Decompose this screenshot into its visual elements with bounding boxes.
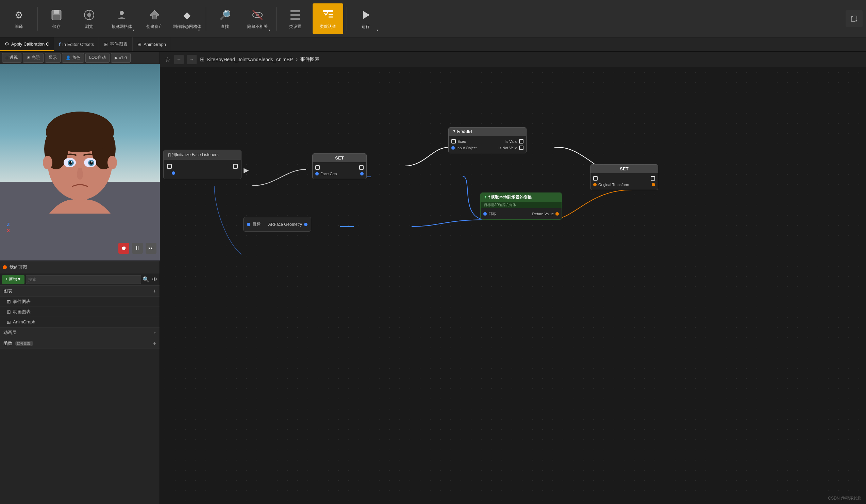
anim-graph-item-icon: ⊞ xyxy=(7,309,11,315)
scale-icon: ▶ xyxy=(115,55,118,60)
tab-event-graph[interactable]: ⊞ 事件图表 xyxy=(99,37,133,51)
add-function-icon[interactable]: + xyxy=(153,340,156,347)
is-valid-exec-in xyxy=(451,139,456,144)
tab-anim-graph[interactable]: ⊞ AnimGraph xyxy=(133,37,171,51)
perspective-icon: □ xyxy=(6,55,8,60)
node-init-face-listeners[interactable]: 件到Initialize Face Listeners xyxy=(163,150,242,179)
save-button[interactable]: 保存 xyxy=(41,3,72,34)
lighting-button[interactable]: ☀ 光照 xyxy=(23,53,44,63)
event-graph-item[interactable]: ⊞ 事件图表 xyxy=(0,296,159,307)
compile-button[interactable]: ⚙ 编译 xyxy=(3,3,34,34)
blueprint-icon: ⊞ xyxy=(200,56,204,63)
face-geo-out-pin xyxy=(360,172,364,176)
functions-label: 函数 xyxy=(3,340,12,347)
back-button[interactable]: ← xyxy=(174,55,184,64)
preview-mesh-button[interactable]: 预览网格体 ▼ xyxy=(107,3,137,34)
character-display xyxy=(29,81,131,224)
node-is-valid[interactable]: ? Is Valid Exec Is Valid xyxy=(448,127,526,153)
dropdown-arrow-icon: ▼ xyxy=(198,29,200,32)
editor-tabs-bar: ⚙ Apply Calibration C f In Editor Offset… xyxy=(0,37,866,52)
record-button[interactable]: ⏺ xyxy=(118,243,129,254)
breadcrumb-blueprint-name[interactable]: KiteBoyHead_JointsAndBlends_AnimBP xyxy=(207,57,293,62)
breadcrumb-bar: ☆ ← → ⊞ KiteBoyHead_JointsAndBlends_Anim… xyxy=(160,52,866,67)
search-icon[interactable]: 🔍 xyxy=(143,276,149,283)
class-defaults-button[interactable]: 类默认值 xyxy=(313,3,343,34)
step-forward-button[interactable]: ⏭ xyxy=(146,243,156,254)
scale-button[interactable]: ▶ x1.0 xyxy=(111,53,131,63)
x-axis-label: X xyxy=(7,228,10,233)
node-set-face-geo[interactable]: SET Face Geo xyxy=(312,153,367,179)
hide-unrelated-button[interactable]: 隐藏不相关 ▼ xyxy=(242,3,273,34)
expand-button[interactable] xyxy=(846,10,863,27)
my-blueprint-label: 我的蓝图 xyxy=(10,264,27,270)
node-init-body xyxy=(164,160,241,179)
anim-graph-item[interactable]: ⊞ AnimGraph xyxy=(0,317,159,327)
event-graph-item-icon: ⊞ xyxy=(7,299,11,304)
node-arface-body: 目标 ARFace Geometry xyxy=(244,217,311,231)
create-asset-icon xyxy=(147,8,162,22)
add-graph-icon[interactable]: + xyxy=(153,288,156,294)
is-not-valid-out xyxy=(519,146,523,150)
tab-anim-icon: ⊞ xyxy=(137,42,142,47)
graph-canvas[interactable]: 件到Initialize Face Listeners ▶ xyxy=(160,67,866,504)
set-orig-exec-in xyxy=(593,176,598,181)
tab-apply-calibration[interactable]: ⚙ Apply Calibration C xyxy=(0,37,54,51)
graph-area[interactable]: ☆ ← → ⊞ KiteBoyHead_JointsAndBlends_Anim… xyxy=(160,52,866,504)
browse-button[interactable]: 浏览 xyxy=(74,3,104,34)
visibility-toggle-icon[interactable]: 👁 xyxy=(152,277,157,283)
viewport[interactable]: 在预览KiteBoyHead_JointsAndBlends_AnimBP_C.… xyxy=(0,64,160,261)
tab-in-editor-offsets[interactable]: f In Editor Offsets xyxy=(54,37,99,51)
set-orig-exec-out xyxy=(651,176,655,181)
is-valid-input-row: Input Object Is Not Valid xyxy=(449,145,526,151)
animgraph-icon: ⊞ xyxy=(7,319,11,325)
animation-layers-header[interactable]: 动画层 + xyxy=(0,327,159,338)
search-input[interactable] xyxy=(26,275,141,284)
class-settings-button[interactable]: 类设置 xyxy=(280,3,311,34)
node-set-original-header: SET xyxy=(590,165,658,173)
add-layer-icon[interactable]: + xyxy=(153,330,156,335)
lod-button[interactable]: LOD自动 xyxy=(85,53,110,63)
hide-dropdown-icon: ▼ xyxy=(268,29,271,32)
input-obj-pin xyxy=(451,146,455,150)
run-button[interactable]: 运行 ▼ xyxy=(350,3,381,34)
make-static-button[interactable]: ◆ 制作静态网格体 ▼ xyxy=(172,3,202,34)
svg-line-13 xyxy=(253,10,262,20)
perspective-button[interactable]: □ 透视 xyxy=(2,53,21,63)
class-defaults-icon xyxy=(320,8,335,22)
functions-section-header[interactable]: 函数 (2可覆盖) + xyxy=(0,338,159,349)
breadcrumb-current: 事件图表 xyxy=(300,56,319,63)
graphs-section-header[interactable]: 图表 + xyxy=(0,285,159,296)
create-asset-button[interactable]: 创建资产 xyxy=(139,3,170,34)
viewport-axes: Z X xyxy=(7,222,10,233)
character-button[interactable]: 👤 角色 xyxy=(62,53,84,63)
add-new-button[interactable]: + 新增▼ xyxy=(2,275,24,284)
animation-graph-item[interactable]: ⊞ 动画图表 xyxy=(0,307,159,317)
main-layout: □ 透视 ☀ 光照 显示 👤 角色 LOD自动 ▶ x1.0 xyxy=(0,52,866,504)
svg-point-4 xyxy=(87,13,91,17)
chevron-down-icon: ▼ xyxy=(132,29,135,32)
node-get-transform-subtitle: 目标是AR追踪几何体 xyxy=(481,202,562,208)
browse-icon xyxy=(82,8,97,22)
find-button[interactable]: 🔎 查找 xyxy=(210,3,240,34)
run-dropdown-icon: ▼ xyxy=(376,29,379,32)
watermark: CSDN @程序老君 xyxy=(828,495,861,501)
tab-graph-icon: ⊞ xyxy=(104,42,108,47)
node-set-original[interactable]: SET Original Transform xyxy=(590,164,658,190)
set-orig-exec-row xyxy=(590,175,658,182)
orig-transform-in-pin xyxy=(593,183,597,186)
svg-rect-30 xyxy=(53,122,107,149)
show-button[interactable]: 显示 xyxy=(45,53,60,63)
node-get-transform[interactable]: f f 获取本地到场景的变换 目标是AR追踪几何体 目标 Return Valu… xyxy=(480,192,562,220)
graph-list: 图表 + ⊞ 事件图表 ⊞ 动画图表 ⊞ AnimGraph 动画层 + 函数 xyxy=(0,285,159,504)
forward-button[interactable]: → xyxy=(187,55,197,64)
bookmark-icon[interactable]: ☆ xyxy=(165,55,171,64)
z-axis-label: Z xyxy=(7,222,10,227)
node-set-body: Face Geo xyxy=(313,162,366,179)
expand-icon xyxy=(850,15,858,23)
node-arface-target[interactable]: 目标 ARFace Geometry xyxy=(243,217,311,232)
toolbar-divider-4 xyxy=(347,7,347,31)
svg-marker-20 xyxy=(363,11,370,19)
pause-button[interactable]: ⏸ xyxy=(132,243,143,254)
svg-point-39 xyxy=(43,156,52,169)
svg-rect-15 xyxy=(290,14,300,16)
